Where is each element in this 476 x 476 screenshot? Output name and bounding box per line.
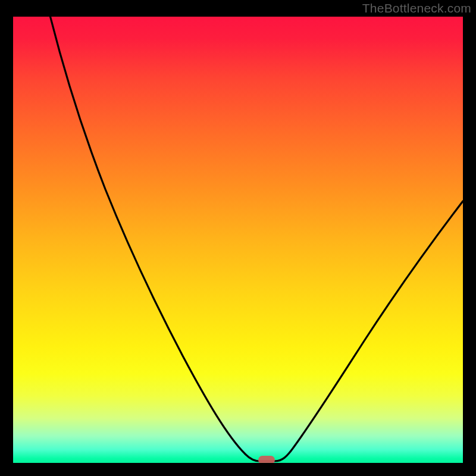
bottleneck-curve xyxy=(13,17,463,463)
curve-path xyxy=(49,17,463,461)
chart-frame: TheBottleneck.com xyxy=(0,0,476,476)
watermark-text: TheBottleneck.com xyxy=(362,1,471,15)
plot-area xyxy=(13,17,463,463)
optimum-marker xyxy=(258,456,275,463)
